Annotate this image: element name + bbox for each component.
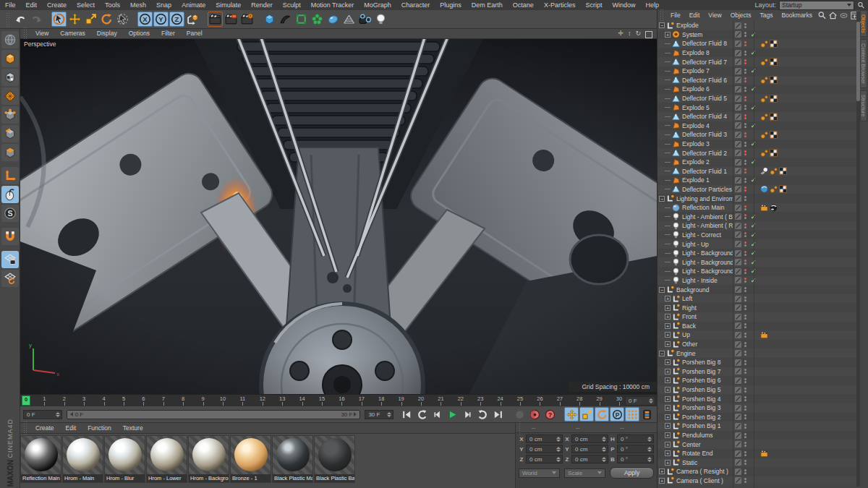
- object-name[interactable]: Light - Background 2: [682, 259, 733, 266]
- menu-item-tools[interactable]: Tools: [100, 0, 125, 10]
- menu-item-render[interactable]: Render: [246, 0, 278, 10]
- polygon-mode-button[interactable]: [1, 144, 19, 161]
- selection-ring-button[interactable]: [115, 12, 130, 27]
- object-name[interactable]: Back: [682, 322, 696, 330]
- editor-visibility-dot[interactable]: [744, 241, 746, 244]
- object-row[interactable]: Light - Background 1✓: [658, 267, 856, 276]
- object-name[interactable]: Explode 1: [682, 176, 710, 184]
- object-name[interactable]: Explode 2: [682, 158, 710, 166]
- layer-icon[interactable]: [734, 103, 742, 111]
- render-visibility-dot[interactable]: [744, 53, 746, 56]
- clap-tag-icon[interactable]: [760, 450, 768, 458]
- editor-visibility-dot[interactable]: [744, 314, 746, 317]
- render-visibility-dot[interactable]: [744, 454, 746, 456]
- menu-item-create[interactable]: Create: [42, 0, 72, 10]
- object-name[interactable]: Lighting and Enviroment: [676, 195, 733, 202]
- object-row[interactable]: Explode 5✓: [658, 103, 856, 112]
- visibility-dots[interactable]: [742, 142, 749, 147]
- material-menu-function[interactable]: Function: [82, 423, 117, 433]
- object-name[interactable]: Deflector Particles: [682, 186, 732, 193]
- end-frame-spinner[interactable]: 30 F: [365, 410, 393, 419]
- render-visibility-dot[interactable]: [744, 145, 746, 147]
- undo-button[interactable]: [13, 12, 28, 27]
- maximize-icon[interactable]: [645, 31, 652, 38]
- render-visibility-dot[interactable]: [744, 262, 746, 265]
- render-visibility-dot[interactable]: [744, 44, 746, 46]
- search-icon[interactable]: [857, 1, 865, 9]
- object-name[interactable]: Light - Up: [682, 241, 709, 248]
- render-visibility-dot[interactable]: [744, 308, 746, 310]
- editor-visibility-dot[interactable]: [744, 87, 746, 89]
- visibility-dots[interactable]: [742, 442, 749, 447]
- object-name[interactable]: Light - Correct: [682, 231, 721, 239]
- render-picture-viewer-button[interactable]: [224, 12, 239, 27]
- particles-tag-icon[interactable]: [770, 167, 778, 175]
- editor-visibility-dot[interactable]: [744, 59, 746, 61]
- editor-visibility-dot[interactable]: [744, 41, 746, 43]
- editor-visibility-dot[interactable]: [744, 269, 746, 271]
- spinner-arrows-icon[interactable]: [556, 447, 561, 452]
- object-row[interactable]: +System✓: [658, 30, 856, 40]
- preview-range-slider[interactable]: 0 F 30 F: [67, 410, 361, 419]
- menu-item-motion-tracker[interactable]: Motion Tracker: [306, 0, 359, 10]
- expand-toggle-icon[interactable]: +: [665, 296, 671, 301]
- expand-toggle-icon[interactable]: +: [665, 432, 671, 438]
- move-button[interactable]: [67, 12, 82, 27]
- layer-icon[interactable]: [734, 240, 742, 248]
- object-name[interactable]: Background: [676, 286, 709, 294]
- visibility-dots[interactable]: [742, 305, 749, 310]
- editor-visibility-dot[interactable]: [744, 305, 746, 307]
- viewport-menu-view[interactable]: View: [30, 29, 54, 38]
- editor-visibility-dot[interactable]: [744, 414, 746, 416]
- render-visibility-dot[interactable]: [744, 99, 746, 101]
- texture-mode-button[interactable]: [1, 69, 19, 86]
- object-row[interactable]: +Other: [658, 340, 856, 349]
- object-row[interactable]: Light - Background 2✓: [658, 257, 856, 267]
- visibility-dots[interactable]: [742, 132, 749, 137]
- object-name[interactable]: Up: [682, 331, 690, 338]
- visibility-dots[interactable]: [742, 278, 749, 283]
- object-name[interactable]: Explode 3: [682, 140, 710, 147]
- menu-item-octane[interactable]: Octane: [508, 0, 539, 10]
- layer-icon[interactable]: [734, 140, 742, 148]
- layer-icon[interactable]: [734, 313, 742, 321]
- layer-icon[interactable]: [734, 359, 742, 367]
- spinner-arrows-icon[interactable]: [647, 457, 652, 462]
- visibility-dots[interactable]: [742, 123, 749, 128]
- visibility-dots[interactable]: [742, 388, 749, 393]
- object-name[interactable]: Explode 7: [682, 67, 710, 74]
- editor-visibility-dot[interactable]: [744, 478, 746, 480]
- visibility-dots[interactable]: [742, 414, 749, 419]
- render-visibility-dot[interactable]: [744, 117, 746, 119]
- layer-icon[interactable]: [734, 349, 742, 357]
- visibility-dots[interactable]: [742, 196, 749, 201]
- visibility-dots[interactable]: [742, 342, 749, 347]
- axis-z-button[interactable]: Z: [169, 12, 184, 27]
- collapse-toggle-icon[interactable]: −: [659, 22, 665, 28]
- side-tab-content-browser[interactable]: Content Browser: [860, 39, 867, 88]
- key-rotation-button[interactable]: [595, 407, 609, 421]
- object-name[interactable]: Right: [682, 304, 697, 312]
- object-name[interactable]: Deflector Fluid 1: [682, 168, 727, 175]
- object-row[interactable]: −Background: [658, 285, 856, 294]
- spinner-arrows-icon[interactable]: [602, 447, 606, 452]
- particles-tag-icon[interactable]: [770, 185, 778, 193]
- expand-toggle-icon[interactable]: +: [665, 332, 671, 338]
- coord-system-button[interactable]: [185, 12, 200, 27]
- object-row[interactable]: Light - Background 3✓: [658, 249, 856, 258]
- layer-icon[interactable]: [734, 76, 742, 84]
- object-row[interactable]: Light - Ambient ( Red )✓: [658, 221, 856, 231]
- coordinate-value-field[interactable]: 0 cm: [571, 435, 608, 443]
- make-editable-button[interactable]: [1, 31, 19, 48]
- object-name[interactable]: Center: [682, 441, 701, 448]
- visibility-dots[interactable]: [742, 351, 749, 356]
- layer-icon[interactable]: [734, 67, 742, 75]
- editor-visibility-dot[interactable]: [744, 260, 746, 262]
- coordinate-value-field[interactable]: 0 cm: [526, 445, 563, 453]
- subdivision-surface-button[interactable]: [294, 12, 309, 27]
- orbit-icon[interactable]: ↻: [635, 30, 641, 38]
- render-visibility-dot[interactable]: [744, 26, 746, 28]
- object-row[interactable]: Explode 2✓: [658, 158, 856, 167]
- object-name[interactable]: Other: [682, 341, 697, 348]
- object-name[interactable]: Left: [682, 295, 692, 302]
